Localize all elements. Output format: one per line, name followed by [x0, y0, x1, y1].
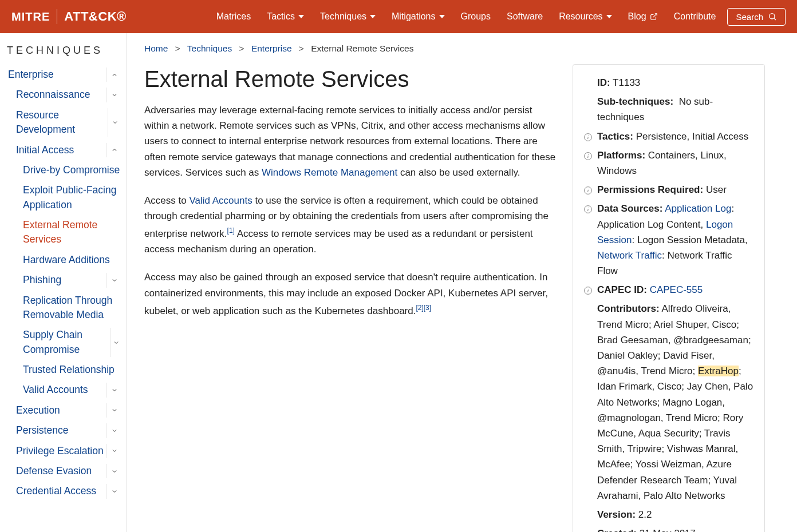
- brand-mitre: MITRE: [11, 10, 50, 23]
- nav-software[interactable]: Software: [507, 11, 543, 22]
- external-link-icon: [650, 13, 658, 21]
- nav-tactics[interactable]: Tactics: [267, 11, 304, 22]
- svg-text:i: i: [587, 153, 589, 159]
- caret-down-icon: [298, 15, 304, 18]
- brand-divider: [57, 9, 57, 24]
- card-contrib-key: Contributors:: [597, 303, 660, 314]
- citation-2[interactable]: [2]: [416, 304, 423, 312]
- chevron-down-icon[interactable]: [106, 403, 122, 418]
- search-label: Search: [736, 12, 763, 22]
- paragraph-1: Adversaries may leverage external-facing…: [144, 102, 557, 180]
- nav-items: Matrices Tactics Techniques Mitigations …: [216, 11, 716, 22]
- svg-text:i: i: [587, 207, 589, 213]
- breadcrumb-techniques[interactable]: Techniques: [187, 43, 232, 53]
- info-icon[interactable]: i: [583, 203, 593, 212]
- card-id-val: T1133: [613, 77, 640, 88]
- sidebar-item-reconnaissance[interactable]: Reconnaissance: [0, 85, 127, 105]
- page-title: External Remote Services: [144, 66, 557, 92]
- chevron-up-icon[interactable]: [106, 68, 122, 82]
- card-sub-key: Sub-techniques:: [597, 96, 673, 107]
- brand[interactable]: MITRE ATT&CK®: [11, 9, 127, 24]
- sidebar-item-privilege-escalation[interactable]: Privilege Escalation: [0, 441, 127, 461]
- svg-text:i: i: [587, 188, 589, 193]
- sidebar-item-persistence[interactable]: Persistence: [0, 420, 127, 440]
- svg-text:i: i: [587, 134, 589, 140]
- breadcrumb: Home > Techniques > Enterprise > Externa…: [144, 43, 557, 54]
- nav-mitigations[interactable]: Mitigations: [392, 11, 444, 22]
- link-valid-accounts[interactable]: Valid Accounts: [189, 195, 252, 206]
- nav-resources[interactable]: Resources: [559, 11, 611, 22]
- card-platforms-key: Platforms:: [597, 150, 645, 161]
- sidebar-item-phishing[interactable]: Phishing: [0, 270, 127, 290]
- card-contrib-val: Alfredo Oliveira, Trend Micro; Ariel Shu…: [597, 303, 753, 501]
- nav-contribute[interactable]: Contribute: [674, 11, 716, 22]
- nav-matrices[interactable]: Matrices: [216, 11, 251, 22]
- chevron-up-icon[interactable]: [106, 143, 122, 157]
- card-capec-key: CAPEC ID:: [597, 284, 647, 295]
- info-icon[interactable]: i: [583, 284, 593, 293]
- sidebar-item-valid-accounts[interactable]: Valid Accounts: [0, 380, 127, 400]
- main: Home > Techniques > Enterprise > Externa…: [127, 33, 797, 532]
- search-button[interactable]: Search: [727, 8, 786, 26]
- card-datasources-val: Application Log: Application Log Content…: [597, 203, 748, 276]
- nav-blog[interactable]: Blog: [628, 11, 658, 22]
- sidebar-item-driveby[interactable]: Drive-by Compromise: [0, 160, 127, 180]
- card-tactics-key: Tactics:: [597, 131, 633, 142]
- link-capec[interactable]: CAPEC-555: [650, 284, 703, 295]
- info-icon[interactable]: i: [583, 131, 593, 140]
- card-version-val: 2.2: [638, 509, 652, 520]
- paragraph-2: Access to Valid Accounts to use the serv…: [144, 193, 557, 257]
- sidebar-item-supply-chain[interactable]: Supply Chain Compromise: [0, 325, 127, 360]
- chevron-down-icon[interactable]: [106, 88, 122, 102]
- content-column: Home > Techniques > Enterprise > Externa…: [144, 43, 557, 532]
- nav-groups[interactable]: Groups: [461, 11, 491, 22]
- breadcrumb-enterprise[interactable]: Enterprise: [251, 43, 292, 53]
- chevron-down-icon[interactable]: [106, 444, 122, 458]
- chevron-down-icon[interactable]: [110, 328, 122, 357]
- breadcrumb-home[interactable]: Home: [144, 43, 168, 53]
- citation-3[interactable]: [3]: [424, 304, 431, 312]
- sidebar-item-defense-evasion[interactable]: Defense Evasion: [0, 461, 127, 481]
- chevron-down-icon[interactable]: [106, 464, 122, 478]
- info-icon[interactable]: i: [583, 184, 593, 193]
- sidebar-item-credential-access[interactable]: Credential Access: [0, 481, 127, 501]
- sidebar-item-execution[interactable]: Execution: [0, 400, 127, 420]
- sidebar-item-trusted-relationship[interactable]: Trusted Relationship: [0, 360, 127, 380]
- chevron-down-icon[interactable]: [106, 423, 122, 438]
- link-network-traffic[interactable]: Network Traffic: [597, 250, 662, 261]
- sidebar-item-resource-development[interactable]: Resource Development: [0, 105, 127, 140]
- svg-text:i: i: [587, 288, 589, 293]
- sidebar-item-external-remote-services[interactable]: External Remote Services: [0, 215, 127, 250]
- chevron-down-icon[interactable]: [106, 273, 122, 287]
- sidebar-item-exploit-public-facing[interactable]: Exploit Public-Facing Application: [0, 180, 127, 215]
- svg-line-0: [653, 14, 656, 17]
- citation-1[interactable]: [1]: [227, 227, 235, 235]
- breadcrumb-current: External Remote Services: [311, 43, 413, 53]
- card-permissions-key: Permissions Required:: [597, 184, 703, 195]
- sidebar-item-initial-access[interactable]: Initial Access: [0, 140, 127, 160]
- highlight-extrahop: ExtraHop: [698, 366, 739, 376]
- brand-attck: ATT&CK®: [64, 9, 127, 24]
- sidebar-item-enterprise[interactable]: Enterprise: [0, 65, 127, 85]
- sidebar-title: TECHNIQUES: [0, 45, 127, 65]
- card-permissions-val: User: [706, 184, 727, 195]
- chevron-down-icon[interactable]: [108, 108, 122, 137]
- nav-techniques[interactable]: Techniques: [320, 11, 376, 22]
- link-application-log[interactable]: Application Log: [665, 203, 731, 214]
- info-card: ID: T1133 Sub-techniques: No sub-techniq…: [573, 64, 765, 532]
- card-version-key: Version:: [597, 509, 636, 520]
- top-nav: MITRE ATT&CK® Matrices Tactics Technique…: [0, 0, 797, 33]
- svg-line-2: [774, 18, 776, 20]
- info-icon[interactable]: i: [583, 150, 593, 159]
- svg-point-1: [770, 14, 775, 19]
- search-icon: [768, 12, 777, 21]
- caret-down-icon: [606, 15, 612, 18]
- caret-down-icon: [370, 15, 376, 18]
- link-windows-remote-management[interactable]: Windows Remote Management: [262, 167, 397, 178]
- sidebar: TECHNIQUES Enterprise Reconnaissance Res…: [0, 33, 127, 532]
- sidebar-item-replication-removable[interactable]: Replication Through Removable Media: [0, 291, 127, 325]
- chevron-down-icon[interactable]: [106, 484, 122, 498]
- chevron-down-icon[interactable]: [106, 383, 122, 397]
- sidebar-item-hardware-additions[interactable]: Hardware Additions: [0, 250, 127, 270]
- paragraph-3: Access may also be gained through an exp…: [144, 269, 557, 318]
